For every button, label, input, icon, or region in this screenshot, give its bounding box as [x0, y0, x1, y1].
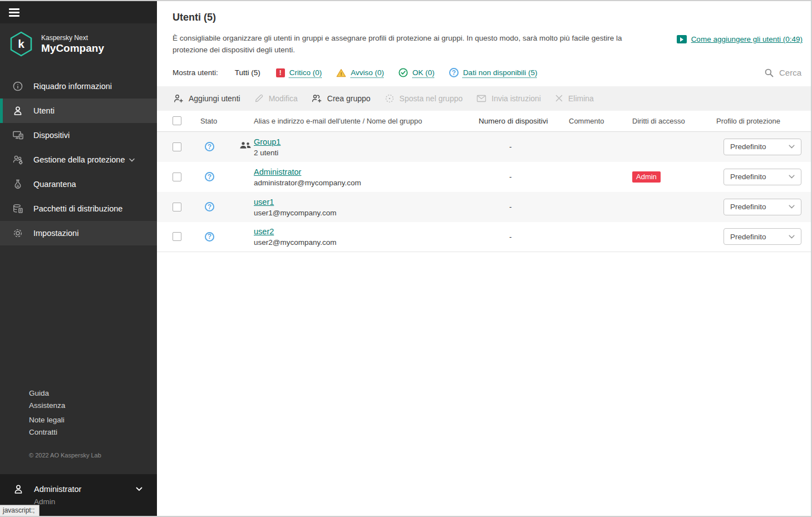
column-diritti: Diritti di accesso	[624, 117, 707, 125]
sidebar-item-riquadro-informazioni[interactable]: Riquadro informazioni	[0, 74, 157, 99]
link-note-legali[interactable]: Note legali	[29, 414, 157, 426]
filter-critico[interactable]: ! Critico (0)	[276, 68, 322, 77]
sidebar-item-label: Gestione della protezione	[33, 155, 125, 164]
chevron-down-icon	[136, 487, 142, 491]
user-name-link[interactable]: Administrator	[254, 168, 301, 176]
filter-link-label: Avviso (0)	[351, 68, 384, 77]
link-contratti[interactable]: Contratti	[29, 426, 157, 439]
group-subtext: 2 utenti	[254, 149, 479, 157]
search-control[interactable]: Cerca	[764, 68, 801, 78]
sidebar-item-label: Pacchetti di distribuzione	[33, 204, 122, 213]
quarantine-icon	[12, 179, 24, 190]
filter-ok[interactable]: OK (0)	[398, 68, 435, 77]
protection-profile-select[interactable]: Predefinito	[724, 199, 801, 215]
column-stato: Stato	[200, 117, 239, 125]
browser-status-tooltip: javascript:;	[0, 505, 40, 516]
group-icon	[239, 141, 252, 150]
filter-dati-non-disponibili[interactable]: ? Dati non disponibili (5)	[449, 68, 538, 77]
brand-product: Kaspersky Next	[41, 34, 104, 42]
sidebar-item-impostazioni[interactable]: Impostazioni	[0, 221, 157, 245]
brand-company: MyCompany	[41, 42, 104, 55]
protection-profile-select[interactable]: Predefinito	[724, 228, 801, 245]
sidebar-item-label: Quarantena	[33, 180, 76, 189]
account-name: Administrator	[34, 485, 81, 494]
device-count: -	[479, 142, 512, 151]
toolbar: Aggiungi utenti Modifica Crea gruppo	[157, 86, 811, 111]
filter-avviso[interactable]: ! Avviso (0)	[336, 68, 384, 77]
delete-button[interactable]: Elimina	[555, 94, 594, 103]
sidebar-nav: Riquadro informazioni Utenti	[0, 74, 157, 245]
filter-link-label: Dati non disponibili (5)	[463, 68, 538, 77]
column-profilo: Profilo di protezione	[707, 117, 803, 125]
link-guida[interactable]: Guida	[29, 387, 157, 400]
how-to-add-users-link[interactable]: Come aggiungere gli utenti (0:49)	[677, 35, 803, 43]
user-email: administrator@mycompany.com	[254, 179, 479, 187]
sidebar-item-gestione-della-protezione[interactable]: Gestione della protezione	[0, 147, 157, 172]
select-all-checkbox[interactable]	[173, 116, 181, 125]
sidebar-item-label: Dispositivi	[33, 131, 70, 140]
row-checkbox[interactable]	[173, 232, 181, 241]
move-to-group-button[interactable]: Sposta nel gruppo	[385, 93, 463, 104]
app-window: k Kaspersky Next MyCompany Riquadro info…	[0, 0, 812, 517]
link-assistenza[interactable]: Assistenza	[29, 400, 157, 412]
create-group-button[interactable]: Crea gruppo	[312, 93, 371, 104]
x-icon	[555, 94, 563, 102]
copyright-text: © 2022 AO Kaspersky Lab	[0, 452, 157, 459]
chevron-down-icon	[789, 175, 795, 179]
row-checkbox[interactable]	[173, 142, 181, 151]
toolbar-button-label: Elimina	[568, 94, 594, 103]
device-count: -	[479, 233, 512, 241]
column-dispositivi: Numero di dispositivi	[479, 117, 562, 125]
devices-icon	[12, 130, 24, 141]
sidebar-item-pacchetti-di-distribuzione[interactable]: Pacchetti di distribuzione	[0, 196, 157, 221]
edit-button[interactable]: Modifica	[254, 93, 298, 103]
select-value: Predefinito	[730, 173, 766, 181]
protection-profile-select[interactable]: Predefinito	[724, 169, 801, 185]
pencil-icon	[254, 93, 264, 103]
main-content: Utenti (5) È consigliabile organizzare g…	[157, 1, 811, 516]
protection-icon	[12, 154, 24, 165]
status-unknown-icon: ?	[205, 172, 214, 181]
row-checkbox[interactable]	[173, 203, 181, 211]
column-alias: Alias e indirizzo e-mail dell'utente / N…	[239, 117, 479, 125]
kaspersky-hexagon-icon: k	[8, 31, 34, 57]
sidebar-item-utenti[interactable]: Utenti	[0, 99, 157, 123]
filter-label: Mostra utenti:	[173, 68, 218, 77]
table-row-administrator: ? Administrator administrator@mycompany.…	[157, 162, 811, 192]
search-label: Cerca	[779, 68, 801, 77]
sidebar-item-label: Riquadro informazioni	[33, 82, 112, 91]
select-value: Predefinito	[730, 233, 766, 241]
critical-icon: !	[276, 68, 285, 77]
toolbar-button-label: Modifica	[269, 94, 298, 103]
select-value: Predefinito	[730, 203, 766, 211]
chevron-down-icon	[789, 235, 795, 239]
user-email: user1@mycompany.com	[254, 209, 479, 217]
user-name-link[interactable]: user1	[254, 198, 274, 206]
user-name-link[interactable]: user2	[254, 227, 274, 236]
select-value: Predefinito	[730, 142, 766, 151]
move-icon	[385, 93, 395, 104]
hamburger-menu-icon[interactable]	[9, 8, 19, 17]
ok-icon	[398, 68, 408, 77]
svg-text:k: k	[18, 37, 24, 50]
chevron-down-icon	[129, 158, 135, 162]
group-name-link[interactable]: Group1	[254, 137, 280, 146]
toolbar-button-label: Crea gruppo	[327, 94, 371, 103]
add-users-button[interactable]: Aggiungi utenti	[174, 93, 240, 104]
toolbar-button-label: Sposta nel gruppo	[400, 94, 463, 103]
status-unknown-icon: ?	[205, 232, 214, 242]
send-instructions-button[interactable]: Invia istruzioni	[476, 94, 541, 103]
table-row-user2: ? user2 user2@mycompany.com - Predefinit…	[157, 222, 811, 252]
table-row-user1: ? user1 user1@mycompany.com - Predefinit…	[157, 192, 811, 222]
group-plus-icon	[312, 93, 322, 104]
packages-icon	[12, 203, 24, 214]
sidebar-item-quarantena[interactable]: Quarantena	[0, 172, 157, 196]
protection-profile-select[interactable]: Predefinito	[724, 139, 801, 155]
search-icon	[764, 68, 774, 78]
row-checkbox[interactable]	[173, 173, 181, 181]
account-row[interactable]: Administrator	[12, 484, 142, 495]
sidebar-item-dispositivi[interactable]: Dispositivi	[0, 123, 157, 147]
sidebar-spacer	[0, 245, 157, 387]
filter-all[interactable]: Tutti (5)	[235, 68, 260, 77]
table-header: Stato Alias e indirizzo e-mail dell'uten…	[157, 111, 811, 132]
